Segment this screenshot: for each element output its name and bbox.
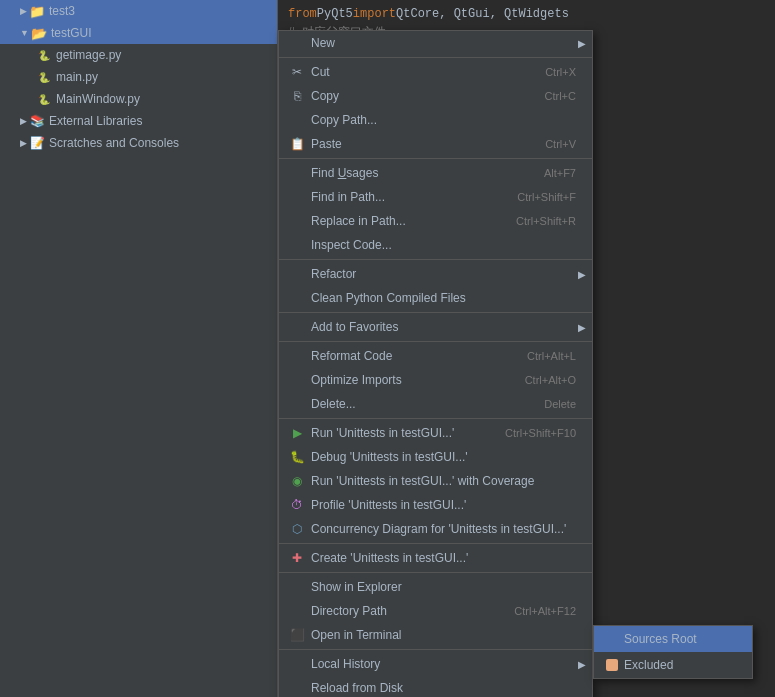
- menu-item-find-path[interactable]: Find in Path... Ctrl+Shift+F: [279, 185, 592, 209]
- sidebar-item-getimage[interactable]: 🐍 getimage.py: [0, 44, 277, 66]
- menu-item-label: Find Usages: [311, 166, 524, 180]
- menu-item-label: Add to Favorites: [311, 320, 576, 334]
- menu-item-paste[interactable]: 📋 Paste Ctrl+V: [279, 132, 592, 156]
- menu-item-clean-python[interactable]: Clean Python Compiled Files: [279, 286, 592, 310]
- sidebar-item-main[interactable]: 🐍 main.py: [0, 66, 277, 88]
- menu-item-debug-unittests[interactable]: 🐛 Debug 'Unittests in testGUI...': [279, 445, 592, 469]
- menu-shortcut: Ctrl+Shift+F: [517, 191, 576, 203]
- menu-item-reload-disk[interactable]: Reload from Disk: [279, 676, 592, 697]
- menu-separator: [279, 259, 592, 260]
- menu-item-reformat[interactable]: Reformat Code Ctrl+Alt+L: [279, 344, 592, 368]
- menu-item-label: Open in Terminal: [311, 628, 576, 642]
- menu-item-label: Reload from Disk: [311, 681, 576, 695]
- menu-item-new[interactable]: New ▶: [279, 31, 592, 55]
- py-file-icon: 🐍: [36, 91, 52, 107]
- menu-separator: [279, 341, 592, 342]
- menu-item-run-coverage[interactable]: ◉ Run 'Unittests in testGUI...' with Cov…: [279, 469, 592, 493]
- menu-item-directory-path[interactable]: Directory Path Ctrl+Alt+F12: [279, 599, 592, 623]
- menu-item-label: Reformat Code: [311, 349, 507, 363]
- menu-shortcut: Ctrl+Alt+F12: [514, 605, 576, 617]
- menu-item-label: Show in Explorer: [311, 580, 576, 594]
- menu-item-label: Cut: [311, 65, 525, 79]
- submenu-arrow-icon: ▶: [578, 269, 586, 280]
- menu-item-label: Inspect Code...: [311, 238, 576, 252]
- menu-item-find-usages[interactable]: Find Usages Alt+F7: [279, 161, 592, 185]
- menu-separator: [279, 418, 592, 419]
- menu-item-label: Replace in Path...: [311, 214, 496, 228]
- sidebar-item-scratches[interactable]: ▶ 📝 Scratches and Consoles: [0, 132, 277, 154]
- menu-item-show-explorer[interactable]: Show in Explorer: [279, 575, 592, 599]
- menu-item-copy[interactable]: ⎘ Copy Ctrl+C: [279, 84, 592, 108]
- menu-separator: [279, 543, 592, 544]
- paste-icon: 📋: [287, 137, 307, 151]
- sidebar-item-label: test3: [49, 4, 75, 18]
- menu-item-label: Find in Path...: [311, 190, 497, 204]
- menu-separator: [279, 57, 592, 58]
- menu-item-delete[interactable]: Delete... Delete: [279, 392, 592, 416]
- menu-item-profile[interactable]: ⏱ Profile 'Unittests in testGUI...': [279, 493, 592, 517]
- submenu-item-label: Excluded: [624, 658, 673, 672]
- menu-shortcut: Ctrl+Shift+R: [516, 215, 576, 227]
- menu-shortcut: Ctrl+C: [545, 90, 576, 102]
- menu-shortcut: Ctrl+Alt+O: [525, 374, 576, 386]
- concurrency-icon: ⬡: [287, 522, 307, 536]
- menu-item-copy-path[interactable]: Copy Path...: [279, 108, 592, 132]
- profile-icon: ⏱: [287, 498, 307, 512]
- menu-item-label: Directory Path: [311, 604, 494, 618]
- menu-item-refactor[interactable]: Refactor ▶: [279, 262, 592, 286]
- sidebar-item-label: testGUI: [51, 26, 92, 40]
- menu-item-open-terminal[interactable]: ⬛ Open in Terminal: [279, 623, 592, 647]
- menu-item-label: Debug 'Unittests in testGUI...': [311, 450, 576, 464]
- expand-icon: ▶: [20, 116, 27, 126]
- menu-shortcut: Ctrl+Shift+F10: [505, 427, 576, 439]
- menu-item-label: Paste: [311, 137, 525, 151]
- menu-item-cut[interactable]: ✂ Cut Ctrl+X: [279, 60, 592, 84]
- menu-item-create-unittests[interactable]: ✚ Create 'Unittests in testGUI...': [279, 546, 592, 570]
- sidebar-item-mainwindow[interactable]: 🐍 MainWindow.py: [0, 88, 277, 110]
- menu-item-optimize-imports[interactable]: Optimize Imports Ctrl+Alt+O: [279, 368, 592, 392]
- sidebar-item-label: External Libraries: [49, 114, 142, 128]
- py-file-icon: 🐍: [36, 69, 52, 85]
- menu-separator: [279, 312, 592, 313]
- menu-item-replace-path[interactable]: Replace in Path... Ctrl+Shift+R: [279, 209, 592, 233]
- menu-item-label: Local History: [311, 657, 576, 671]
- menu-item-local-history[interactable]: Local History ▶: [279, 652, 592, 676]
- menu-item-concurrency[interactable]: ⬡ Concurrency Diagram for 'Unittests in …: [279, 517, 592, 541]
- menu-item-label: Optimize Imports: [311, 373, 505, 387]
- context-menu: New ▶ ✂ Cut Ctrl+X ⎘ Copy Ctrl+C Copy Pa…: [278, 30, 593, 697]
- menu-item-label: Profile 'Unittests in testGUI...': [311, 498, 576, 512]
- excluded-icon: [606, 659, 618, 671]
- menu-shortcut: Delete: [544, 398, 576, 410]
- menu-shortcut: Ctrl+Alt+L: [527, 350, 576, 362]
- sidebar-item-test3[interactable]: ▶ 📁 test3: [0, 0, 277, 22]
- expand-icon: ▶: [20, 138, 27, 148]
- menu-item-favorites[interactable]: Add to Favorites ▶: [279, 315, 592, 339]
- menu-item-label: Copy Path...: [311, 113, 576, 127]
- sidebar-item-label: main.py: [56, 70, 98, 84]
- library-icon: 📚: [29, 113, 45, 129]
- menu-item-inspect-code[interactable]: Inspect Code...: [279, 233, 592, 257]
- menu-item-label: Delete...: [311, 397, 524, 411]
- mark-directory-submenu: Sources Root Excluded: [593, 625, 753, 679]
- scratch-icon: 📝: [29, 135, 45, 151]
- submenu-item-excluded[interactable]: Excluded: [594, 652, 752, 678]
- sidebar-item-label: Scratches and Consoles: [49, 136, 179, 150]
- menu-separator: [279, 572, 592, 573]
- sidebar-item-testgui[interactable]: ▼ 📂 testGUI: [0, 22, 277, 44]
- menu-item-run-unittests[interactable]: ▶ Run 'Unittests in testGUI...' Ctrl+Shi…: [279, 421, 592, 445]
- menu-shortcut: Ctrl+X: [545, 66, 576, 78]
- sidebar-item-external-libs[interactable]: ▶ 📚 External Libraries: [0, 110, 277, 132]
- folder-icon: 📁: [29, 3, 45, 19]
- expand-icon: ▶: [20, 6, 27, 16]
- debug-icon: 🐛: [287, 450, 307, 464]
- submenu-item-sources-root[interactable]: Sources Root: [594, 626, 752, 652]
- copy-icon: ⎘: [287, 89, 307, 103]
- menu-item-label: Run 'Unittests in testGUI...' with Cover…: [311, 474, 576, 488]
- create-icon: ✚: [287, 551, 307, 565]
- submenu-arrow-icon: ▶: [578, 38, 586, 49]
- menu-item-label: Run 'Unittests in testGUI...': [311, 426, 485, 440]
- sources-root-icon: [606, 633, 618, 645]
- menu-item-label: New: [311, 36, 576, 50]
- cut-icon: ✂: [287, 65, 307, 79]
- menu-item-label: Create 'Unittests in testGUI...': [311, 551, 576, 565]
